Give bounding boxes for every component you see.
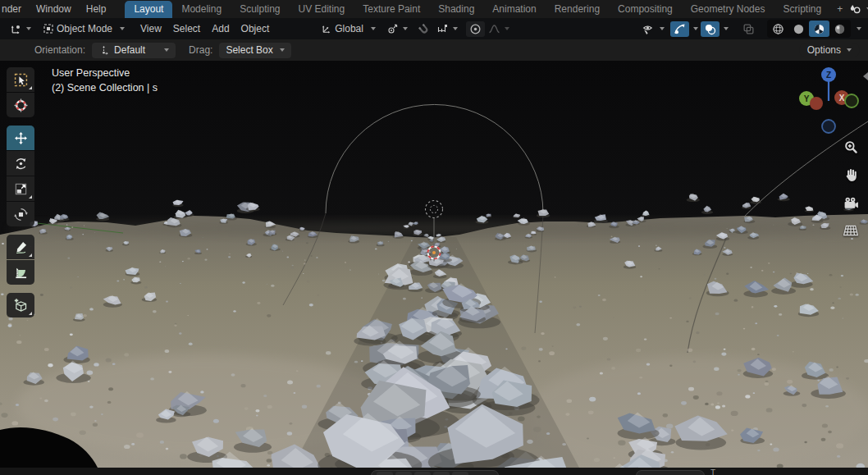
select-box-icon (14, 73, 28, 87)
orientation-label: Orientation: (34, 44, 85, 56)
pan-hand-button[interactable] (842, 166, 860, 184)
mode-selector[interactable]: Object Mode (39, 21, 128, 36)
menu-object[interactable]: Object (235, 21, 276, 36)
camera-icon (843, 197, 859, 209)
menu-window[interactable]: Window (29, 0, 79, 18)
proportional-editing-toggle[interactable] (466, 21, 485, 37)
menu-view[interactable]: View (135, 21, 167, 36)
pivot-point-icon (387, 23, 399, 34)
status-keymap-hint (371, 470, 499, 475)
gizmos-icon (674, 23, 686, 35)
tab-texture-paint[interactable]: Texture Paint (354, 1, 429, 18)
gizmos-dropdown-chevron[interactable] (693, 27, 698, 30)
tool-settings-bar: Orientation: Default Drag: Select Box Op… (0, 39, 868, 61)
proportional-falloff-dropdown[interactable] (485, 21, 513, 36)
tool-move[interactable] (7, 126, 34, 150)
tool-scale[interactable] (7, 176, 34, 201)
view-name-overlay: User Perspective (52, 67, 130, 79)
tab-shading[interactable]: Shading (429, 1, 483, 18)
drag-label: Drag: (189, 44, 212, 56)
transform-orientation-dropdown[interactable]: Global (318, 21, 379, 36)
hand-icon (843, 167, 858, 182)
toolbar (7, 67, 34, 317)
annotate-pencil-icon (14, 240, 28, 254)
zoom-button[interactable] (842, 138, 860, 156)
workspace-tabs: Layout Modeling Sculpting UV Editing Tex… (125, 0, 849, 18)
grid-icon (843, 225, 858, 236)
tab-rendering[interactable]: Rendering (546, 1, 609, 18)
orthographic-grid-button[interactable] (842, 222, 860, 240)
tool-rotate[interactable] (7, 151, 34, 176)
cursor-3d-icon (14, 98, 28, 112)
tool-annotate[interactable] (7, 235, 34, 259)
menu-help[interactable]: Help (79, 0, 114, 18)
proportional-editing-icon (469, 23, 482, 35)
rotate-icon (14, 157, 28, 171)
tab-sculpting[interactable]: Sculpting (231, 1, 289, 18)
falloff-curve-icon (488, 23, 500, 34)
menu-add[interactable]: Add (206, 21, 235, 36)
menu-render[interactable]: nder (0, 0, 29, 18)
add-cube-icon (13, 298, 28, 313)
shading-solid-button[interactable] (788, 21, 809, 37)
material-preview-sphere-icon (813, 23, 825, 35)
viewport-scene[interactable]: Z Y X (0, 61, 868, 468)
visibility-eye-icon (642, 23, 656, 35)
tab-animation[interactable]: Animation (483, 1, 545, 18)
xray-icon (742, 23, 755, 35)
shading-wireframe-button[interactable] (768, 21, 788, 37)
tool-cursor[interactable] (7, 93, 34, 117)
editor-3d-viewport-icon (10, 23, 22, 35)
shading-rendered-button[interactable] (829, 21, 850, 37)
editor-type-button[interactable] (7, 21, 34, 37)
solid-sphere-icon (793, 23, 805, 35)
tool-add-cube[interactable] (7, 293, 34, 317)
tab-geometry-nodes[interactable]: Geometry Nodes (682, 1, 774, 18)
xray-toggle[interactable] (739, 21, 758, 37)
status-hint-text: T (710, 468, 715, 475)
pivot-point-dropdown[interactable] (384, 21, 411, 36)
snap-toggle[interactable] (414, 21, 433, 37)
active-object-overlay: (2) Scene Collection | s (52, 82, 158, 94)
orientation-axes-icon (321, 23, 332, 34)
shading-dropdown-chevron[interactable] (857, 27, 861, 30)
tab-modeling[interactable]: Modeling (172, 1, 231, 18)
snap-target-dropdown[interactable] (433, 21, 461, 36)
gizmo-y-neg-axis[interactable] (845, 94, 858, 107)
zoom-icon (843, 139, 858, 154)
viewport-3d[interactable]: Z Y X User Perspective (2) Scene Collect… (0, 61, 868, 468)
scale-icon (14, 182, 28, 196)
status-keymap-hint (636, 470, 705, 475)
drag-select[interactable]: Select Box (219, 43, 290, 58)
rendered-sphere-icon (834, 23, 846, 35)
snap-increment-icon (436, 23, 449, 34)
transform-icon (14, 208, 28, 222)
show-gizmos-toggle[interactable] (670, 21, 689, 37)
topbar: nder Window Help Layout Modeling Sculpti… (0, 0, 868, 18)
tab-compositing[interactable]: Compositing (609, 1, 682, 18)
orientation-default-icon (98, 45, 109, 56)
shading-material-preview-button[interactable] (809, 21, 829, 37)
tab-layout[interactable]: Layout (125, 1, 172, 18)
tool-measure[interactable] (7, 260, 34, 285)
menu-select[interactable]: Select (167, 21, 206, 36)
camera-view-button[interactable] (842, 194, 860, 212)
show-object-types-dropdown[interactable] (638, 21, 668, 37)
orientation-select[interactable]: Default (92, 43, 176, 58)
sidebar-toggle-arrow[interactable] (863, 72, 868, 80)
gizmo-z-label: Z (826, 71, 831, 80)
tab-scripting[interactable]: Scripting (774, 1, 830, 18)
magnet-icon (418, 23, 430, 35)
tool-select-box[interactable] (7, 67, 34, 92)
status-bar: T (0, 468, 868, 475)
viewport-shading-group (767, 20, 851, 38)
show-overlays-toggle[interactable] (701, 21, 720, 37)
options-button[interactable]: Options (799, 43, 860, 57)
tab-uv-editing[interactable]: UV Editing (290, 1, 354, 18)
gizmo-x-neg-axis[interactable] (810, 97, 823, 110)
overlays-dropdown-chevron[interactable] (724, 27, 729, 30)
tool-transform[interactable] (7, 202, 34, 226)
wireframe-sphere-icon (772, 23, 784, 35)
gizmo-z-neg-axis[interactable] (822, 120, 835, 133)
add-workspace-button[interactable]: + (830, 1, 849, 18)
